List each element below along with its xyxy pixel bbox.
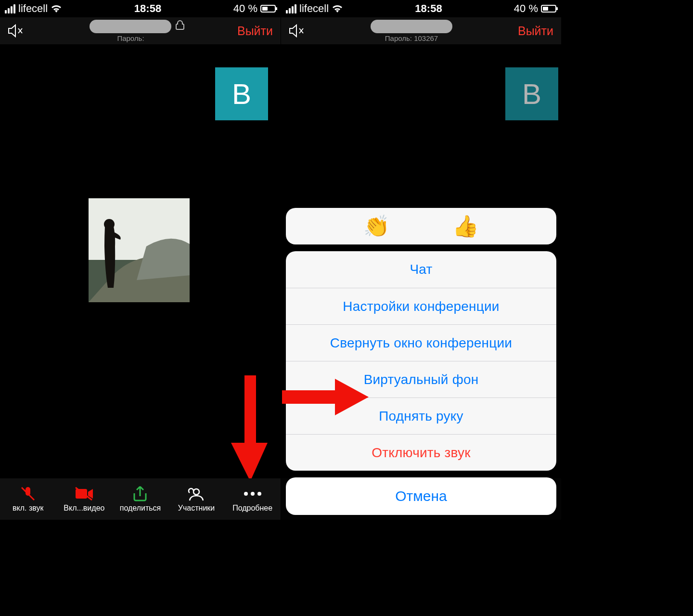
annotation-arrow-down [231, 375, 270, 481]
clap-reaction[interactable]: 👏 [363, 214, 390, 239]
disconnect-audio-option[interactable]: Отключить звук [286, 434, 556, 471]
screen-main: lifecell 18:58 40 % Пароль: Выйти [0, 0, 281, 520]
lock-icon [176, 20, 184, 32]
battery-icon [541, 5, 556, 13]
participant-initial: В [522, 77, 541, 111]
start-video-button[interactable]: Вкл...видео [56, 478, 113, 520]
thumbs-up-reaction[interactable]: 👍 [452, 214, 479, 239]
self-avatar [89, 198, 190, 302]
speaker-off-icon[interactable] [289, 24, 305, 38]
options-sheet: Чат Настройки конференции Свернуть окно … [286, 251, 556, 471]
share-icon [132, 486, 148, 502]
svg-rect-3 [76, 489, 87, 499]
more-button[interactable]: Подробнее [224, 478, 281, 520]
meeting-title-redacted [90, 20, 171, 33]
more-icon [244, 486, 261, 502]
start-video-label: Вкл...видео [64, 504, 104, 513]
meeting-password: Пароль: 103267 [385, 34, 438, 42]
meeting-header: Пароль: Выйти [0, 17, 281, 44]
share-button[interactable]: поделиться [112, 478, 168, 520]
meeting-settings-option[interactable]: Настройки конференции [286, 288, 556, 324]
minimize-option[interactable]: Свернуть окно конференции [286, 324, 556, 361]
cancel-button[interactable]: Отмена [286, 477, 556, 515]
meeting-title-redacted [371, 20, 452, 33]
mic-off-icon [20, 486, 36, 502]
reactions-sheet: 👏 👍 [286, 208, 556, 244]
meeting-toolbar: вкл. звук Вкл...видео поделиться Участни… [0, 478, 281, 520]
screen-more-menu: lifecell 18:58 40 % Пароль: 103267 Выйти… [281, 0, 561, 520]
wifi-icon [51, 4, 62, 13]
leave-button[interactable]: Выйти [518, 24, 553, 38]
leave-button[interactable]: Выйти [237, 24, 273, 38]
participants-icon [187, 486, 206, 502]
participants-button[interactable]: Участники [168, 478, 225, 520]
unmute-button[interactable]: вкл. звук [0, 478, 56, 520]
carrier-label: lifecell [18, 2, 48, 15]
battery-percent: 40 % [514, 2, 538, 15]
more-label: Подробнее [232, 504, 272, 513]
participant-tile[interactable]: В [215, 67, 268, 120]
clock: 18:58 [343, 2, 514, 15]
chat-option[interactable]: Чат [286, 251, 556, 288]
signal-icon [5, 4, 15, 13]
participant-initial: В [232, 77, 251, 111]
meeting-header: Пароль: 103267 Выйти [281, 17, 561, 44]
video-off-icon [75, 486, 94, 502]
signal-icon [286, 4, 296, 13]
carrier-label: lifecell [299, 2, 329, 15]
participant-tile[interactable]: В [505, 67, 558, 120]
participants-label: Участники [178, 504, 215, 513]
clock: 18:58 [62, 2, 233, 15]
battery-percent: 40 % [233, 2, 257, 15]
meeting-password: Пароль: [117, 34, 144, 42]
speaker-off-icon[interactable] [8, 24, 24, 38]
status-bar: lifecell 18:58 40 % [281, 0, 561, 17]
wifi-icon [332, 4, 343, 13]
more-action-sheet: 👏 👍 Чат Настройки конференции Свернуть о… [286, 208, 556, 515]
share-label: поделиться [120, 504, 161, 513]
annotation-arrow-right [282, 373, 369, 421]
battery-icon [260, 5, 276, 13]
unmute-label: вкл. звук [13, 504, 43, 513]
status-bar: lifecell 18:58 40 % [0, 0, 281, 17]
